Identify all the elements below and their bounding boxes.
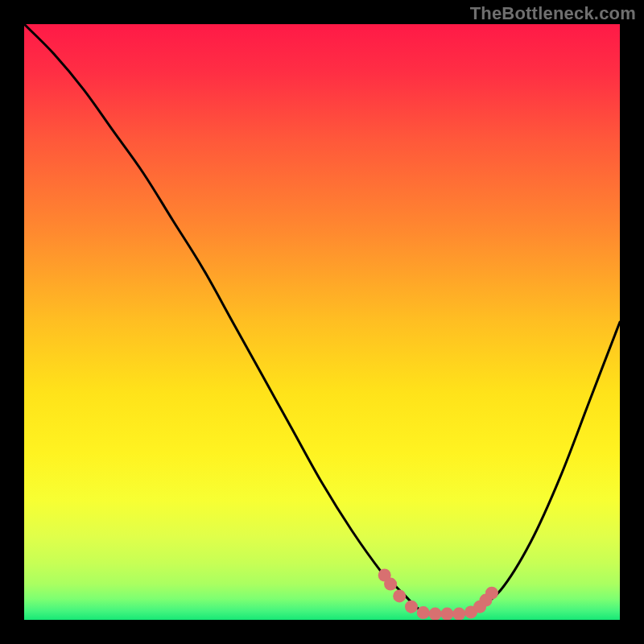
gradient-background [24,24,620,620]
highlight-dot [393,589,406,602]
highlight-dot [452,608,465,620]
chart-frame [24,24,620,620]
highlight-dot [417,606,430,619]
highlight-dot [440,608,453,620]
bottleneck-chart [24,24,620,620]
watermark-text: TheBottleneck.com [470,3,636,24]
highlight-dot [429,608,442,620]
highlight-dot [405,601,418,613]
highlight-dot [485,587,498,600]
highlight-dot [384,578,397,591]
